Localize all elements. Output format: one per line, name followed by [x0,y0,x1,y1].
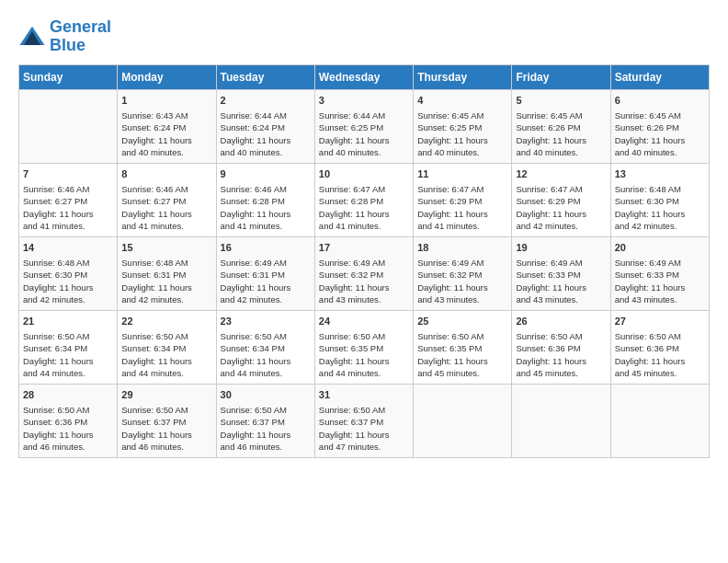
day-info-line: and 40 minutes. [221,146,311,158]
calendar-cell: 19Sunrise: 6:49 AMSunset: 6:33 PMDayligh… [512,236,610,310]
day-info-line: Sunset: 6:25 PM [417,121,507,133]
calendar-week-row: 1Sunrise: 6:43 AMSunset: 6:24 PMDaylight… [19,89,710,163]
logo: General Blue [18,18,111,55]
calendar-cell: 20Sunrise: 6:49 AMSunset: 6:33 PMDayligh… [610,236,709,310]
day-info-line: Daylight: 11 hours [417,134,507,146]
day-info-line: Daylight: 11 hours [615,355,705,367]
day-info-line: Sunset: 6:34 PM [23,342,113,354]
day-info-line: Sunset: 6:30 PM [23,269,113,281]
day-info-line: and 41 minutes. [319,220,409,232]
calendar-cell: 7Sunrise: 6:46 AMSunset: 6:27 PMDaylight… [19,163,118,236]
day-info-line: Sunset: 6:29 PM [516,195,606,207]
day-number: 11 [417,167,507,181]
calendar-cell: 13Sunrise: 6:48 AMSunset: 6:30 PMDayligh… [610,163,709,236]
day-number: 19 [516,241,606,255]
day-info-line: Daylight: 11 hours [615,282,705,293]
day-number: 22 [121,315,211,328]
calendar-cell: 3Sunrise: 6:44 AMSunset: 6:25 PMDaylight… [314,89,413,163]
day-info-line: Daylight: 11 hours [319,282,409,293]
day-info-line: Sunrise: 6:44 AM [319,109,409,121]
day-info-line: Sunset: 6:32 PM [319,269,409,281]
weekday-header: Monday [118,64,216,89]
day-number: 5 [516,94,606,108]
day-info-line: Sunset: 6:33 PM [615,269,705,281]
day-info-line: Sunrise: 6:45 AM [615,109,705,121]
day-info-line: Sunrise: 6:50 AM [23,330,113,342]
day-number: 1 [121,94,211,108]
day-number: 9 [221,167,311,181]
day-info-line: Daylight: 11 hours [319,355,409,367]
day-info-line: and 43 minutes. [417,293,507,305]
day-info-line: Daylight: 11 hours [221,355,311,367]
day-info-line: Sunset: 6:30 PM [615,195,705,207]
day-number: 25 [417,315,507,328]
day-number: 27 [615,315,705,328]
day-info-line: Daylight: 11 hours [23,429,113,441]
day-info-line: Sunrise: 6:50 AM [319,404,409,416]
day-info-line: and 41 minutes. [121,220,211,232]
day-info-line: Daylight: 11 hours [516,134,606,146]
day-info-line: and 44 minutes. [221,367,311,379]
day-info-line: Sunrise: 6:47 AM [319,183,409,195]
calendar-cell: 17Sunrise: 6:49 AMSunset: 6:32 PMDayligh… [314,236,413,310]
day-number: 2 [221,94,311,108]
day-number: 21 [23,315,113,328]
day-number: 6 [615,94,705,108]
day-info-line: Sunrise: 6:49 AM [319,257,409,269]
day-info-line: and 40 minutes. [319,146,409,158]
day-info-line: Sunset: 6:29 PM [417,195,507,207]
calendar-cell: 8Sunrise: 6:46 AMSunset: 6:27 PMDaylight… [118,163,216,236]
day-number: 15 [121,241,211,255]
calendar-cell: 23Sunrise: 6:50 AMSunset: 6:34 PMDayligh… [216,310,314,384]
day-info-line: Sunrise: 6:50 AM [23,404,113,416]
calendar-cell: 31Sunrise: 6:50 AMSunset: 6:37 PMDayligh… [314,384,413,457]
day-info-line: Sunset: 6:24 PM [121,121,211,133]
day-info-line: Daylight: 11 hours [516,208,606,220]
day-info-line: Daylight: 11 hours [516,355,606,367]
day-info-line: Sunrise: 6:47 AM [516,183,606,195]
day-info-line: Daylight: 11 hours [221,208,311,220]
day-info-line: and 45 minutes. [516,367,606,379]
day-info-line: Daylight: 11 hours [417,208,507,220]
day-info-line: Sunrise: 6:43 AM [121,109,211,121]
calendar-week-row: 14Sunrise: 6:48 AMSunset: 6:30 PMDayligh… [19,236,710,310]
day-info-line: Sunrise: 6:50 AM [221,330,311,342]
calendar-cell: 28Sunrise: 6:50 AMSunset: 6:36 PMDayligh… [19,384,118,457]
weekday-header: Sunday [19,64,118,89]
day-number: 8 [121,167,211,181]
day-number: 7 [23,167,113,181]
day-info-line: Daylight: 11 hours [516,282,606,293]
weekday-header: Saturday [610,64,709,89]
day-info-line: Daylight: 11 hours [319,429,409,441]
day-info-line: Sunrise: 6:49 AM [221,257,311,269]
day-info-line: Sunrise: 6:48 AM [121,257,211,269]
calendar-cell: 29Sunrise: 6:50 AMSunset: 6:37 PMDayligh… [118,384,216,457]
day-info-line: Daylight: 11 hours [615,134,705,146]
day-number: 26 [516,315,606,328]
logo-text: General Blue [50,18,111,55]
day-number: 12 [516,167,606,181]
calendar-table: SundayMondayTuesdayWednesdayThursdayFrid… [18,64,710,458]
day-info-line: and 40 minutes. [121,146,211,158]
calendar-cell: 4Sunrise: 6:45 AMSunset: 6:25 PMDaylight… [414,89,512,163]
calendar-cell: 16Sunrise: 6:49 AMSunset: 6:31 PMDayligh… [216,236,314,310]
calendar-cell: 2Sunrise: 6:44 AMSunset: 6:24 PMDaylight… [216,89,314,163]
day-info-line: Daylight: 11 hours [319,134,409,146]
day-info-line: Sunset: 6:36 PM [23,416,113,428]
calendar-cell: 22Sunrise: 6:50 AMSunset: 6:34 PMDayligh… [118,310,216,384]
day-info-line: Sunrise: 6:44 AM [221,109,311,121]
logo-icon [18,23,46,51]
day-info-line: Sunrise: 6:46 AM [121,183,211,195]
weekday-header: Friday [512,64,610,89]
day-info-line: Daylight: 11 hours [121,208,211,220]
day-info-line: Sunset: 6:32 PM [417,269,507,281]
day-number: 28 [23,388,113,402]
day-number: 10 [319,167,409,181]
day-number: 3 [319,94,409,108]
day-number: 18 [417,241,507,255]
calendar-cell: 12Sunrise: 6:47 AMSunset: 6:29 PMDayligh… [512,163,610,236]
day-info-line: Sunset: 6:24 PM [221,121,311,133]
calendar-cell: 1Sunrise: 6:43 AMSunset: 6:24 PMDaylight… [118,89,216,163]
calendar-cell: 11Sunrise: 6:47 AMSunset: 6:29 PMDayligh… [414,163,512,236]
day-info-line: and 43 minutes. [319,293,409,305]
